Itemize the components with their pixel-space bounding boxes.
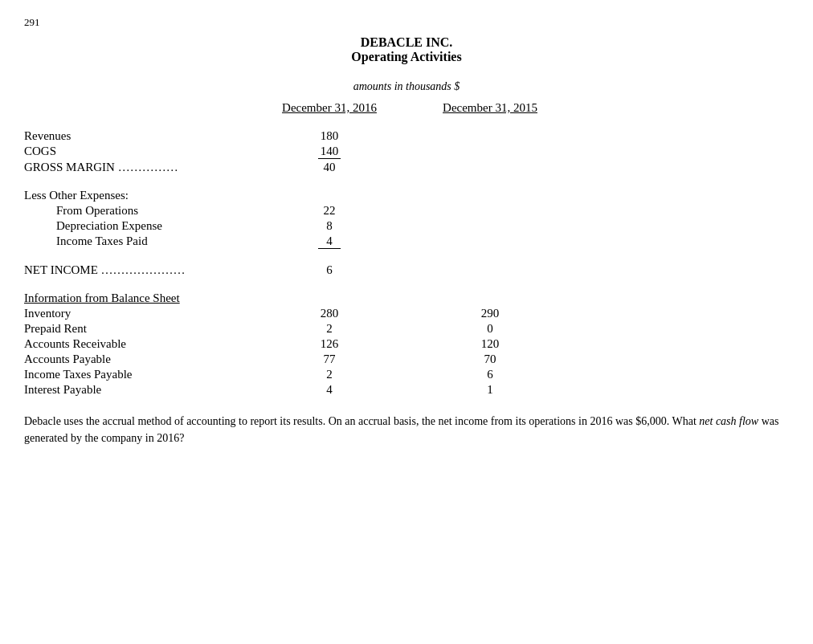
inventory-val2: 290 [410,307,570,320]
accounts-payable-val2: 70 [410,353,570,366]
interest-payable-val1: 4 [249,383,410,397]
page-header: DEBACLE INC. Operating Activities [24,35,789,64]
company-name: DEBACLE INC. [24,35,789,50]
revenues-label: Revenues [24,129,249,143]
gross-margin-val1: 40 [249,161,410,174]
net-income-label: NET INCOME ………………… [24,263,249,277]
from-operations-row: From Operations 22 [24,204,789,218]
income-taxes-payable-row: Income Taxes Payable 2 6 [24,368,789,381]
balance-sheet-header-row: Information from Balance Sheet [24,291,789,305]
col-header-2016: December 31, 2016 [249,101,410,115]
balance-sheet-header: Information from Balance Sheet [24,291,249,305]
depreciation-label: Depreciation Expense [24,219,249,233]
revenues-val1: 180 [249,129,410,143]
accounts-receivable-val1: 126 [249,337,410,351]
from-operations-label: From Operations [24,204,249,218]
accounts-payable-label: Accounts Payable [24,353,249,366]
accounts-receivable-row: Accounts Receivable 126 120 [24,337,789,351]
gross-margin-label: GROSS MARGIN …………… [24,161,249,174]
prepaid-rent-label: Prepaid Rent [24,322,249,336]
inventory-val1: 280 [249,307,410,320]
col-header-2015: December 31, 2015 [410,101,570,115]
footnote-text-before: Debacle uses the accrual method of accou… [24,415,699,427]
income-taxes-payable-val1: 2 [249,368,410,381]
inventory-label: Inventory [24,307,249,320]
accounts-receivable-val2: 120 [410,337,570,351]
cogs-row: COGS 140 [24,145,789,159]
gross-margin-row: GROSS MARGIN …………… 40 [24,161,789,174]
inventory-row: Inventory 280 290 [24,307,789,320]
depreciation-val1: 8 [249,219,410,233]
depreciation-row: Depreciation Expense 8 [24,219,789,233]
accounts-payable-val1: 77 [249,353,410,366]
revenues-row: Revenues 180 [24,129,789,143]
net-income-val1: 6 [249,263,410,277]
income-statement-table: Revenues 180 COGS 140 GROSS MARGIN ……………… [24,129,789,397]
interest-payable-label: Interest Payable [24,383,249,397]
footnote-italic: net cash flow [699,415,758,427]
income-taxes-paid-row: Income Taxes Paid 4 [24,234,789,249]
other-expenses-header-row: Less Other Expenses: [24,189,789,202]
cogs-val1: 140 [249,145,410,159]
amounts-note: amounts in thousands $ [24,80,789,93]
footnote: Debacle uses the accrual method of accou… [24,413,789,446]
cogs-label: COGS [24,145,249,158]
income-taxes-payable-label: Income Taxes Payable [24,368,249,381]
income-taxes-paid-val1: 4 [249,234,410,249]
income-taxes-payable-val2: 6 [410,368,570,381]
prepaid-rent-val2: 0 [410,322,570,336]
net-income-row: NET INCOME ………………… 6 [24,263,789,277]
interest-payable-val2: 1 [410,383,570,397]
prepaid-rent-val1: 2 [249,322,410,336]
other-expenses-header: Less Other Expenses: [24,189,249,202]
column-headers: December 31, 2016 December 31, 2015 [249,101,789,115]
accounts-payable-row: Accounts Payable 77 70 [24,353,789,366]
accounts-receivable-label: Accounts Receivable [24,337,249,351]
section-title: Operating Activities [24,50,789,64]
prepaid-rent-row: Prepaid Rent 2 0 [24,322,789,336]
income-taxes-paid-label: Income Taxes Paid [24,234,249,248]
page-number: 291 [24,16,789,29]
from-operations-val1: 22 [249,204,410,218]
interest-payable-row: Interest Payable 4 1 [24,383,789,397]
